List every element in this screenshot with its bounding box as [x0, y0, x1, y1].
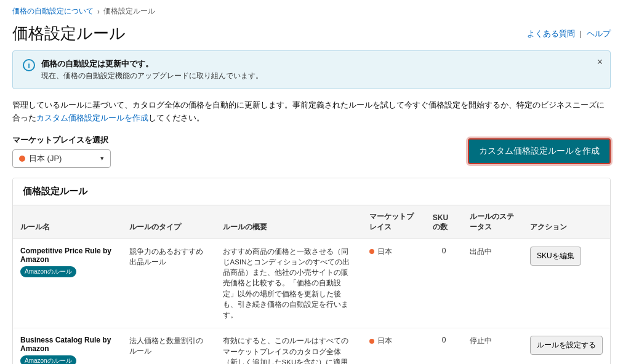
market-dot-0: 日本 [369, 247, 418, 257]
action-cell-0: SKUを編集 [523, 239, 610, 328]
table-row: Competitive Price Rule by Amazon Amazonの… [13, 239, 610, 328]
notice-title: 価格の自動設定は更新中です。 [41, 58, 600, 69]
col-status: ルールのステータス [462, 205, 523, 239]
notice-close-button[interactable]: × [597, 57, 603, 67]
pricing-rules-table: ルール名 ルールのタイプ ルールの概要 マーケットプレイス SKUの数 ルールの… [13, 205, 610, 364]
market-cell-1: 日本 [362, 328, 425, 364]
action-button-0[interactable]: SKUを編集 [530, 247, 581, 266]
market-indicator-0 [369, 249, 374, 254]
rule-name-0: Competitive Price Rule by Amazon [20, 247, 115, 264]
amazon-badge-0: Amazonのルール [20, 266, 76, 277]
col-action: アクション [523, 205, 610, 239]
sku-count-cell-1: 0 [425, 328, 462, 364]
rule-name-cell-0: Competitive Price Rule by Amazon Amazonの… [13, 239, 122, 328]
market-dot-1: 日本 [369, 336, 418, 346]
rule-desc-cell-0: おすすめ商品の価格と一致させる（同じASINとコンディションのすべての出品商品）… [215, 239, 362, 328]
create-custom-rule-link[interactable]: カスタム価格設定ルールを作成 [36, 113, 148, 122]
breadcrumb: 価格の自動設定について › 価格設定ルール [0, 0, 623, 20]
marketplace-section: マーケットプレイスを選択 日本 (JP) ▾ [12, 135, 111, 168]
rule-name-cell-1: Business Catalog Rule by Amazon Amazonのル… [13, 328, 122, 364]
market-indicator-1 [369, 339, 374, 344]
market-name-0: 日本 [377, 247, 392, 257]
table-row: Business Catalog Rule by Amazon Amazonのル… [13, 328, 610, 364]
pricing-rules-table-section: 価格設定ルール ルール名 ルールのタイプ ルールの概要 マーケットプレイス SK… [12, 178, 611, 364]
info-icon: i [23, 59, 35, 71]
action-button-1[interactable]: ルールを設定する [530, 336, 603, 355]
faq-link[interactable]: よくある質問 [527, 28, 575, 39]
market-name-1: 日本 [377, 336, 392, 346]
rule-name-1: Business Catalog Rule by Amazon [20, 336, 115, 353]
status-cell-1: 停止中 [462, 328, 523, 364]
status-cell-0: 出品中 [462, 239, 523, 328]
rule-desc-cell-1: 有効にすると、このルールはすべてのマーケットプレイスのカタログ全体（新しく追加し… [215, 328, 362, 364]
amazon-badge-1: Amazonのルール [20, 355, 76, 364]
breadcrumb-parent-link[interactable]: 価格の自動設定について [12, 6, 94, 17]
help-link[interactable]: ヘルプ [587, 28, 611, 39]
breadcrumb-separator: › [97, 7, 100, 16]
notice-content: 価格の自動設定は更新中です。 現在、価格の自動設定機能のアップグレードに取り組ん… [41, 58, 600, 81]
table-header-row: ルール名 ルールのタイプ ルールの概要 マーケットプレイス SKUの数 ルールの… [13, 205, 610, 239]
marketplace-select[interactable]: 日本 (JP) ▾ [12, 149, 111, 168]
breadcrumb-current: 価格設定ルール [103, 6, 155, 17]
col-rule-type: ルールのタイプ [122, 205, 215, 239]
header-links: よくある質問 | ヘルプ [527, 28, 611, 39]
marketplace-select-left: 日本 (JP) [19, 153, 62, 164]
col-rule-name: ルール名 [13, 205, 122, 239]
marketplace-label: マーケットプレイスを選択 [12, 135, 111, 146]
table-section-title: 価格設定ルール [13, 178, 610, 205]
action-cell-1: ルールを設定する [523, 328, 610, 364]
notice-body-text: 現在、価格の自動設定機能のアップグレードに取り組んでいます。 [41, 71, 263, 80]
col-rule-desc: ルールの概要 [215, 205, 362, 239]
notice-banner: i 価格の自動設定は更新中です。 現在、価格の自動設定機能のアップグレードに取り… [12, 50, 611, 89]
marketplace-row: マーケットプレイスを選択 日本 (JP) ▾ カスタム価格設定ルールを作成 [0, 135, 623, 178]
description-text2: してください。 [148, 113, 204, 122]
col-sku-count: SKUの数 [425, 205, 462, 239]
chevron-down-icon: ▾ [100, 154, 104, 162]
page-header: 価格設定ルール よくある質問 | ヘルプ [0, 20, 623, 50]
rule-type-cell-1: 法人価格と数量割引のルール [122, 328, 215, 364]
col-marketplace: マーケットプレイス [362, 205, 425, 239]
page-title: 価格設定ルール [12, 23, 126, 44]
marketplace-selected-value: 日本 (JP) [29, 153, 62, 164]
create-rule-button[interactable]: カスタム価格設定ルールを作成 [468, 138, 611, 164]
japan-dot [19, 156, 25, 162]
description-text: 管理しているルールに基づいて、カタログ全体の価格を自動的に更新します。事前定義さ… [0, 99, 623, 135]
header-separator: | [580, 29, 582, 38]
sku-count-cell-0: 0 [425, 239, 462, 328]
notice-body: 現在、価格の自動設定機能のアップグレードに取り組んでいます。 [41, 71, 600, 81]
market-cell-0: 日本 [362, 239, 425, 328]
rule-type-cell-0: 競争力のあるおすすめ出品ルール [122, 239, 215, 328]
